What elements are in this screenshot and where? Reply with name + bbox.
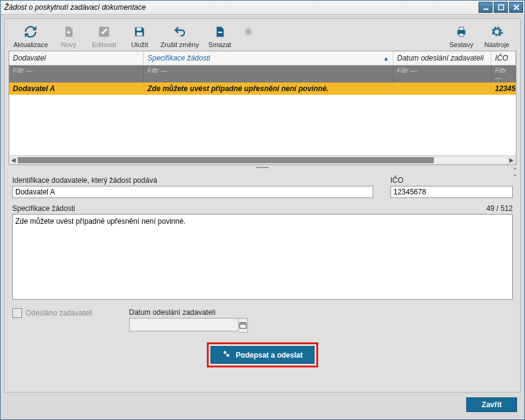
gears-icon — [222, 350, 231, 360]
datum-label: Datum odeslání zadavateli — [129, 308, 239, 317]
close-window-button[interactable] — [509, 2, 523, 13]
footer: Zavřít — [4, 395, 521, 416]
toolbar: Aktualizace Nový Editovat — [5, 19, 520, 51]
edit-button[interactable]: Editovat — [87, 23, 121, 50]
sign-and-send-button[interactable]: Podepsat a odeslat — [210, 346, 314, 364]
new-label: Nový — [61, 41, 76, 48]
badge-icon — [240, 24, 256, 40]
col-header-dodavatel[interactable]: Dodavatel — [9, 51, 144, 65]
reports-label: Sestavy — [449, 41, 473, 48]
grid-body: Dodavatel A Zde můžete uvést případné up… — [9, 83, 516, 155]
svg-rect-10 — [459, 28, 463, 31]
svg-rect-12 — [240, 323, 247, 328]
col-header-specifikace[interactable]: Specifikace žádosti ▲ — [144, 51, 393, 65]
new-icon — [61, 24, 76, 40]
delete-icon — [212, 24, 228, 40]
scroll-track[interactable] — [18, 157, 507, 163]
filter-ico[interactable]: Filtr — — [491, 65, 516, 83]
svg-point-16 — [224, 351, 227, 354]
grid-filter-row: Filtr — Filtr — Filtr — Filtr — — [9, 65, 516, 83]
svg-point-7 — [246, 29, 251, 35]
col-header-ico[interactable]: IČO — [491, 51, 516, 65]
col-header-label: IČO — [495, 54, 508, 62]
cell-datum — [393, 83, 491, 95]
maximize-button[interactable] — [494, 2, 508, 13]
id-input[interactable] — [12, 186, 373, 198]
window-title: Žádost o poskytnutí zadávací dokumentace — [4, 3, 146, 12]
splitter[interactable]: ⌄⌄ — [5, 165, 520, 170]
svg-rect-5 — [137, 28, 141, 31]
ico-label: IČO — [390, 176, 513, 185]
id-label: Identifikace dodavatele, který žádost po… — [12, 176, 373, 185]
submit-label: Podepsat a odeslat — [236, 351, 302, 359]
scroll-thumb[interactable] — [18, 157, 434, 163]
close-button[interactable]: Zavřít — [466, 397, 517, 412]
ico-input[interactable] — [390, 186, 513, 198]
toolbar-right: Sestavy Nástroje — [444, 23, 514, 50]
col-header-label: Specifikace žádosti — [147, 54, 210, 62]
expand-collapse-icon[interactable]: ⌄⌄ — [512, 164, 518, 177]
data-grid[interactable]: Dodavatel Specifikace žádosti ▲ Datum od… — [9, 51, 516, 165]
toolbar-left: Aktualizace Nový Editovat — [11, 23, 259, 50]
svg-rect-1 — [499, 5, 504, 10]
cell-ico: 12345 — [491, 83, 516, 95]
window-root: Žádost o poskytnutí zadávací dokumentace — [0, 0, 525, 420]
odeslano-checkbox[interactable]: Odesláno zadavateli — [12, 308, 92, 318]
undo-icon — [172, 24, 188, 40]
detail-form: Identifikace dodavatele, který žádost po… — [5, 170, 520, 370]
edit-icon — [96, 24, 112, 40]
print-icon — [453, 24, 469, 40]
col-header-label: Datum odeslání zadavateli — [397, 54, 483, 62]
main-panel: Aktualizace Nový Editovat — [4, 18, 521, 392]
scroll-left-icon[interactable]: ◄ — [9, 156, 18, 164]
datum-input[interactable] — [129, 318, 239, 331]
reports-button[interactable]: Sestavy — [444, 23, 478, 50]
spec-textarea[interactable] — [12, 214, 513, 300]
filter-datum[interactable]: Filtr — — [393, 65, 491, 83]
sort-asc-icon: ▲ — [383, 55, 389, 62]
svg-point-17 — [226, 354, 229, 357]
content: Aktualizace Nový Editovat — [1, 15, 524, 419]
horizontal-scrollbar[interactable]: ◄ ► — [9, 155, 516, 164]
grid-header: Dodavatel Specifikace žádosti ▲ Datum od… — [9, 51, 516, 65]
delete-button[interactable]: Smazat — [203, 23, 237, 50]
refresh-label: Aktualizace — [13, 41, 48, 48]
cell-specifikace: Zde můžete uvést případné upřesnění není… — [144, 83, 393, 95]
calendar-icon[interactable] — [239, 318, 248, 333]
save-icon — [132, 24, 147, 40]
col-header-label: Dodavatel — [13, 54, 46, 62]
cell-dodavatel: Dodavatel A — [9, 83, 144, 95]
filter-dodavatel[interactable]: Filtr — — [9, 65, 144, 83]
titlebar: Žádost o poskytnutí zadávací dokumentace — [1, 1, 524, 15]
tools-button[interactable]: Nástroje — [480, 23, 514, 50]
undo-label: Zrušit změny — [160, 41, 199, 48]
filter-specifikace[interactable]: Filtr — — [144, 65, 393, 83]
checkbox-icon — [12, 308, 22, 318]
delete-label: Smazat — [209, 41, 231, 48]
minimize-button[interactable] — [478, 2, 493, 13]
refresh-icon — [23, 24, 39, 40]
odeslano-label: Odesláno zadavateli — [26, 309, 92, 317]
svg-rect-11 — [459, 34, 463, 37]
table-row[interactable]: Dodavatel A Zde můžete uvést případné up… — [9, 83, 516, 95]
new-button[interactable]: Nový — [51, 23, 86, 50]
save-button[interactable]: Uložit — [122, 23, 157, 50]
save-label: Uložit — [132, 41, 149, 48]
refresh-button[interactable]: Aktualizace — [11, 23, 50, 50]
window-controls — [478, 2, 523, 13]
spec-label: Specifikace žádosti — [12, 204, 75, 213]
undo-button[interactable]: Zrušit změny — [158, 23, 201, 50]
svg-rect-6 — [137, 32, 143, 35]
spec-counter: 49 / 512 — [486, 204, 513, 214]
gear-icon — [489, 24, 505, 40]
submit-highlight: Podepsat a odeslat — [207, 342, 318, 367]
datum-field[interactable] — [129, 318, 239, 333]
tools-label: Nástroje — [485, 41, 510, 48]
col-header-datum[interactable]: Datum odeslání zadavateli — [393, 51, 491, 65]
badge-button — [238, 23, 259, 50]
edit-label: Editovat — [92, 41, 116, 48]
splitter-handle-icon — [256, 167, 269, 168]
